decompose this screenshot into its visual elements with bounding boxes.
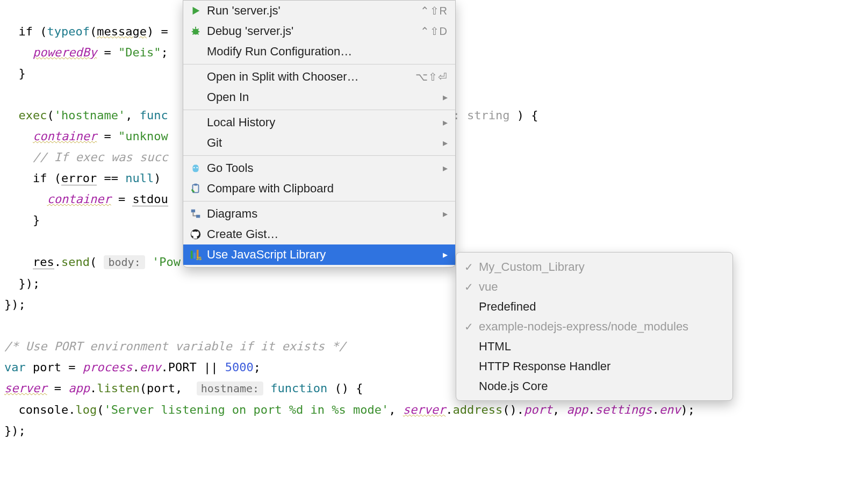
param-hint: hostname:	[197, 381, 263, 395]
svg-text:JS: JS	[196, 256, 202, 261]
svg-rect-10	[193, 253, 196, 258]
menu-open-split-chooser[interactable]: Open in Split with Chooser… ⌥⇧⏎	[183, 67, 455, 87]
shortcut: ⌃⇧D	[420, 25, 448, 38]
menu-separator	[183, 64, 455, 64]
code-identifier: message	[97, 25, 147, 38]
code-text: if (	[4, 25, 47, 38]
svg-rect-9	[191, 251, 193, 259]
svg-point-3	[196, 167, 198, 169]
menu-open-in[interactable]: Open In ▸	[183, 87, 455, 107]
chevron-right-icon: ▸	[443, 162, 448, 174]
lib-nodejs-core[interactable]: Node.js Core	[456, 376, 732, 396]
chevron-right-icon: ▸	[443, 249, 448, 261]
menu-separator	[183, 201, 455, 201]
lib-html[interactable]: HTML	[456, 336, 732, 356]
menu-git[interactable]: Git ▸	[183, 133, 455, 153]
code-keyword: typeof	[47, 25, 89, 38]
menu-run[interactable]: Run 'server.js' ⌃⇧R	[183, 1, 455, 21]
svg-rect-5	[194, 184, 197, 186]
menu-go-tools[interactable]: Go Tools ▸	[183, 158, 455, 178]
gopher-icon	[190, 162, 202, 174]
svg-point-2	[193, 167, 195, 169]
menu-local-history[interactable]: Local History ▸	[183, 112, 455, 133]
check-icon: ✓	[464, 261, 473, 273]
js-library-icon: JS	[190, 249, 202, 261]
chevron-right-icon: ▸	[443, 117, 448, 128]
js-library-submenu: ✓ My_Custom_Library ✓ vue Predefined ✓ e…	[456, 252, 733, 401]
bug-icon	[190, 25, 202, 37]
context-menu: Run 'server.js' ⌃⇧R Debug 'server.js' ⌃⇧…	[183, 0, 456, 268]
svg-rect-7	[196, 215, 200, 218]
github-icon	[190, 228, 202, 240]
clipboard-icon	[190, 183, 202, 195]
param-hint: body:	[104, 255, 145, 269]
chevron-right-icon: ▸	[443, 137, 448, 149]
menu-debug[interactable]: Debug 'server.js' ⌃⇧D	[183, 21, 455, 41]
shortcut: ⌃⇧R	[420, 4, 448, 17]
menu-separator	[183, 110, 455, 110]
check-icon: ✓	[464, 320, 473, 333]
menu-modify-run-config[interactable]: Modify Run Configuration…	[183, 41, 455, 62]
svg-rect-1	[193, 165, 199, 172]
run-icon	[190, 5, 202, 17]
chevron-right-icon: ▸	[443, 91, 448, 103]
svg-rect-6	[191, 210, 195, 213]
menu-separator	[183, 155, 455, 156]
lib-vue[interactable]: ✓ vue	[456, 277, 732, 297]
menu-compare-clipboard[interactable]: Compare with Clipboard	[183, 178, 455, 199]
menu-diagrams[interactable]: Diagrams ▸	[183, 204, 455, 224]
diagram-icon	[190, 208, 202, 220]
lib-predefined[interactable]: Predefined	[456, 297, 732, 316]
check-icon: ✓	[464, 280, 473, 293]
lib-my-custom[interactable]: ✓ My_Custom_Library	[456, 257, 732, 277]
lib-http-response-handler[interactable]: HTTP Response Handler	[456, 356, 732, 376]
lib-node-modules[interactable]: ✓ example-nodejs-express/node_modules	[456, 316, 732, 336]
shortcut: ⌥⇧⏎	[415, 70, 448, 83]
menu-create-gist[interactable]: Create Gist…	[183, 224, 455, 244]
menu-use-js-library[interactable]: JS Use JavaScript Library ▸	[183, 244, 455, 265]
chevron-right-icon: ▸	[443, 208, 448, 220]
